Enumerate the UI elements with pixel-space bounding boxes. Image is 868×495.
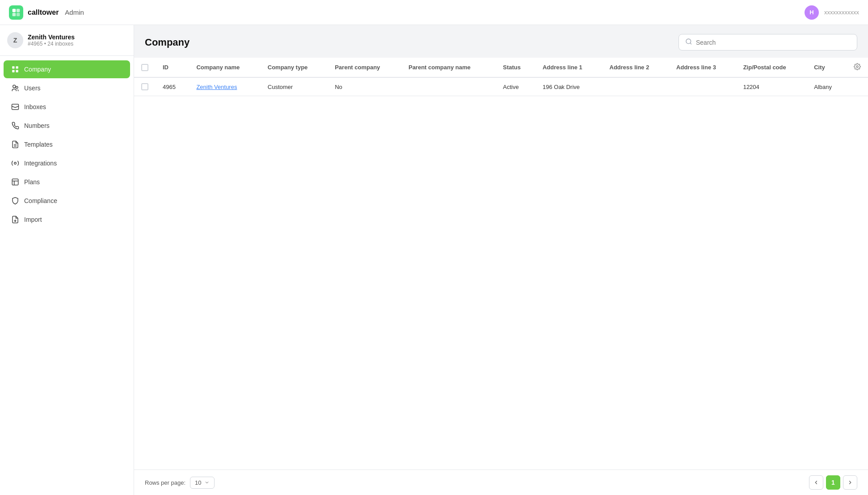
cell-id: 4965 <box>156 77 189 96</box>
col-zip: Zip/Postal code <box>736 58 807 77</box>
brand-name: calltower <box>28 8 59 17</box>
user-name: xxxxxxxxxxxx <box>824 9 859 16</box>
numbers-icon <box>11 121 20 130</box>
svg-rect-0 <box>13 8 16 12</box>
company-label: Company <box>24 66 51 73</box>
search-icon <box>685 38 692 47</box>
account-avatar: Z <box>7 32 23 48</box>
svg-rect-6 <box>12 70 14 72</box>
compliance-icon <box>11 196 20 205</box>
sidebar-account: Z Zenith Ventures #4965 • 24 inboxes <box>0 25 134 56</box>
cell-settings <box>847 77 868 96</box>
svg-point-16 <box>686 39 691 44</box>
svg-point-13 <box>14 162 17 165</box>
select-all-checkbox[interactable] <box>141 64 148 71</box>
svg-point-9 <box>16 86 18 89</box>
templates-icon <box>11 140 20 149</box>
svg-point-18 <box>856 66 858 68</box>
sidebar-item-import[interactable]: Import <box>4 211 130 228</box>
content-header: Company <box>134 25 868 58</box>
settings-icon[interactable] <box>854 65 861 72</box>
account-sub: #4965 • 24 inboxes <box>28 41 75 47</box>
search-box[interactable] <box>678 34 857 51</box>
table-header-row: ID Company name Company type Parent comp… <box>134 58 868 77</box>
cell-status: Active <box>496 77 535 96</box>
company-name-link[interactable]: Zenith Ventures <box>196 84 237 90</box>
integrations-label: Integrations <box>24 160 57 167</box>
cell-address-1: 196 Oak Drive <box>535 77 603 96</box>
company-icon <box>11 65 20 74</box>
sidebar-nav: Company Users Inboxes N <box>0 56 134 233</box>
col-settings <box>847 58 868 77</box>
sidebar-item-inboxes[interactable]: Inboxes <box>4 98 130 116</box>
company-table: ID Company name Company type Parent comp… <box>134 58 868 96</box>
svg-rect-2 <box>13 13 16 16</box>
inboxes-label: Inboxes <box>24 103 46 110</box>
sidebar-item-users[interactable]: Users <box>4 79 130 97</box>
svg-rect-3 <box>17 13 20 16</box>
numbers-label: Numbers <box>24 122 50 129</box>
import-label: Import <box>24 216 42 223</box>
col-company-name: Company name <box>189 58 260 77</box>
col-company-type: Company type <box>261 58 328 77</box>
integrations-icon <box>11 159 20 168</box>
svg-point-8 <box>13 85 16 88</box>
svg-rect-4 <box>12 66 14 68</box>
header-right: H xxxxxxxxxxxx <box>805 5 859 20</box>
cell-zip: 12204 <box>736 77 807 96</box>
search-input[interactable] <box>696 39 851 46</box>
templates-label: Templates <box>24 141 53 148</box>
sidebar-item-compliance[interactable]: Compliance <box>4 192 130 210</box>
inboxes-icon <box>11 102 20 111</box>
header-checkbox-cell <box>134 58 156 77</box>
rows-per-page-select[interactable]: 10 <box>190 477 214 489</box>
row-checkbox[interactable] <box>141 83 148 90</box>
next-page-button[interactable] <box>843 475 857 490</box>
company-table-container: ID Company name Company type Parent comp… <box>134 58 868 470</box>
chevron-down-icon <box>204 480 210 485</box>
sidebar-item-company[interactable]: Company <box>4 60 130 78</box>
col-city: City <box>807 58 847 77</box>
page-title: Company <box>145 37 190 48</box>
svg-rect-5 <box>16 66 18 68</box>
col-status: Status <box>496 58 535 77</box>
prev-page-button[interactable] <box>809 475 823 490</box>
page-1-button[interactable]: 1 <box>826 475 840 490</box>
sidebar-item-integrations[interactable]: Integrations <box>4 154 130 172</box>
rows-per-page-value: 10 <box>195 479 201 486</box>
main-layout: Z Zenith Ventures #4965 • 24 inboxes Com… <box>0 25 868 495</box>
cell-parent-company: No <box>328 77 401 96</box>
cell-address-3 <box>669 77 736 96</box>
calltower-logo <box>9 5 23 20</box>
users-icon <box>11 84 20 93</box>
page-nav: 1 <box>809 475 857 490</box>
svg-rect-7 <box>16 70 18 72</box>
col-parent-company: Parent company <box>328 58 401 77</box>
cell-company-name: Zenith Ventures <box>189 77 260 96</box>
users-label: Users <box>24 85 41 92</box>
compliance-label: Compliance <box>24 197 57 204</box>
rows-per-page-label: Rows per page: <box>145 479 185 486</box>
cell-city: Albany <box>807 77 847 96</box>
svg-rect-1 <box>17 8 20 12</box>
import-icon <box>11 215 20 224</box>
sidebar-item-templates[interactable]: Templates <box>4 135 130 153</box>
col-address-3: Address line 3 <box>669 58 736 77</box>
cell-address-2 <box>603 77 670 96</box>
col-parent-company-name: Parent company name <box>401 58 496 77</box>
cell-company-type: Customer <box>261 77 328 96</box>
col-id: ID <box>156 58 189 77</box>
account-info: Zenith Ventures #4965 • 24 inboxes <box>28 34 75 47</box>
sidebar-item-numbers[interactable]: Numbers <box>4 117 130 135</box>
svg-rect-14 <box>12 179 18 185</box>
user-avatar[interactable]: H <box>805 5 819 20</box>
pagination-bar: Rows per page: 10 1 <box>134 470 868 495</box>
top-header: calltower Admin H xxxxxxxxxxxx <box>0 0 868 25</box>
sidebar: Z Zenith Ventures #4965 • 24 inboxes Com… <box>0 25 134 495</box>
sidebar-item-plans[interactable]: Plans <box>4 173 130 191</box>
table-body: 4965 Zenith Ventures Customer No Active … <box>134 77 868 96</box>
account-name: Zenith Ventures <box>28 34 75 41</box>
col-address-2: Address line 2 <box>603 58 670 77</box>
col-address-1: Address line 1 <box>535 58 603 77</box>
content-area: Company ID Company name Comp <box>134 25 868 495</box>
